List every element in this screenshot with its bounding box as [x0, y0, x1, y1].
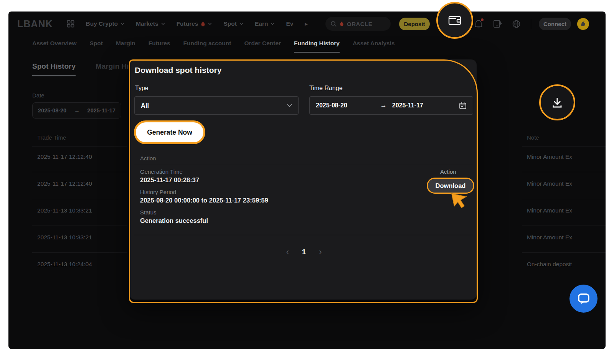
table-row-time: 2025-11-13 10:24:04	[37, 261, 92, 268]
table-row-time: 2025-11-13 10:33:21	[37, 234, 92, 241]
subnav-funding-account[interactable]: Funding account	[183, 36, 231, 52]
support-chat-button[interactable]	[569, 285, 597, 313]
table-row-time: 2025-11-17 12:12:40	[37, 180, 92, 187]
lbank-logo: LBANK	[17, 18, 53, 30]
nav-markets[interactable]: Markets	[136, 20, 165, 27]
row-divider	[522, 199, 606, 199]
nav-earn[interactable]: Earn	[255, 20, 274, 27]
action-column-header: Action	[440, 168, 456, 175]
device-download-icon	[493, 19, 502, 28]
time-range-label: Time Range	[309, 85, 343, 92]
pagination-next-button[interactable]: ›	[319, 248, 322, 256]
search-icon	[330, 21, 337, 27]
nav-futures-label: Futures	[177, 20, 198, 27]
notifications-button[interactable]	[474, 19, 483, 28]
search-input[interactable]: ORACLE	[325, 17, 391, 31]
arrow-right-icon: →	[74, 107, 80, 114]
subnav-asset-overview[interactable]: Asset Overview	[32, 36, 76, 52]
nav-markets-label: Markets	[136, 20, 158, 27]
cursor-pointer-annotation	[450, 190, 470, 212]
subnav-spot[interactable]: Spot	[89, 36, 102, 52]
date-to: 2025-11-17	[87, 107, 116, 114]
avatar[interactable]	[577, 18, 589, 30]
modal-divider	[134, 165, 473, 165]
table-row-note: Minor Amount Ex	[527, 180, 606, 187]
generation-time-label: Generation Time	[140, 168, 183, 175]
row-divider	[522, 146, 606, 147]
subnav-futures[interactable]: Futures	[149, 36, 170, 52]
arrow-right-icon: →	[380, 102, 387, 109]
calendar-icon	[459, 102, 467, 109]
column-header-trade-time: Trade Time	[37, 134, 66, 141]
notification-badge	[481, 18, 484, 21]
pagination-prev-button[interactable]: ‹	[286, 248, 289, 256]
time-range-to: 2025-11-17	[392, 102, 423, 109]
row-divider	[32, 199, 127, 199]
table-row-note: Minor Amount Ex	[527, 234, 606, 241]
chevron-down-icon	[287, 104, 292, 107]
download-icon	[550, 95, 565, 110]
connect-button[interactable]: Connect	[539, 18, 571, 30]
date-from: 2025-08-20	[38, 107, 66, 114]
navbar-divider	[531, 19, 531, 29]
nav-spot[interactable]: Spot	[223, 20, 243, 27]
history-period-label: History Period	[140, 189, 176, 195]
flame-icon	[340, 21, 344, 26]
table-row-note: On-chain deposit	[527, 261, 606, 268]
subnav-margin[interactable]: Margin	[116, 36, 135, 52]
action-section-header: Action	[140, 155, 156, 161]
date-range-picker[interactable]: 2025-08-20 → 2025-11-17	[32, 102, 121, 119]
tab-spot-history[interactable]: Spot History	[32, 62, 76, 76]
modal-title: Download spot history	[135, 66, 221, 75]
apps-grid-icon[interactable]	[67, 20, 74, 28]
nav-events-truncated[interactable]: Ev	[286, 20, 293, 27]
nav-buy-crypto[interactable]: Buy Crypto	[86, 20, 125, 27]
table-row-time: 2025-11-13 10:33:21	[37, 207, 92, 214]
history-period-value: 2025-08-20 00:00:00 to 2025-11-17 23:59:…	[140, 197, 268, 204]
row-divider	[32, 172, 127, 172]
chevron-down-icon	[239, 23, 243, 25]
wallet-button-highlighted[interactable]	[436, 2, 473, 39]
status-value: Generation successful	[140, 217, 208, 224]
avatar-mascot-icon	[580, 20, 587, 27]
row-divider	[32, 252, 127, 253]
language-button[interactable]	[512, 20, 521, 28]
subnav-funding-history-active[interactable]: Funding History	[294, 36, 340, 53]
deposit-button[interactable]: Deposit	[399, 18, 430, 30]
download-fab-highlighted[interactable]	[539, 84, 575, 120]
nav-futures[interactable]: Futures	[177, 20, 212, 27]
row-divider	[522, 226, 606, 226]
nav-events-label: Ev	[286, 20, 293, 27]
globe-icon	[512, 20, 521, 28]
table-row-time: 2025-11-17 12:12:40	[37, 153, 92, 160]
table-row-note: Minor Amount Ex	[527, 153, 606, 160]
search-suggestion-text: ORACLE	[347, 21, 372, 27]
pagination: ‹ 1 ›	[269, 248, 339, 256]
chevron-down-icon	[161, 23, 165, 25]
pagination-current-page: 1	[302, 248, 306, 256]
time-range-picker[interactable]: 2025-08-20 → 2025-11-17	[309, 96, 473, 115]
subnav-asset-analysis[interactable]: Asset Analysis	[353, 36, 395, 52]
type-label: Type	[135, 85, 149, 92]
table-row-note: Minor Amount Ex	[527, 207, 606, 214]
chevron-down-icon	[208, 23, 212, 25]
modal-divider	[134, 235, 473, 235]
asset-subnav: Asset Overview Spot Margin Futures Fundi…	[32, 36, 395, 53]
chevron-down-icon	[271, 23, 274, 25]
chevron-down-icon	[120, 23, 124, 25]
generate-now-button-highlighted[interactable]: Generate Now	[134, 120, 205, 144]
subnav-order-center[interactable]: Order Center	[244, 36, 281, 52]
navbar-left: LBANK Buy Crypto Markets Futures Spot Ea…	[17, 12, 308, 36]
date-label: Date	[32, 92, 45, 99]
chat-bubble-icon	[577, 293, 590, 305]
app-download-button[interactable]	[493, 19, 502, 28]
type-select[interactable]: All	[134, 96, 299, 115]
nav-spot-label: Spot	[223, 20, 236, 27]
status-label: Status	[140, 209, 157, 216]
history-tabs: Spot History Margin Histo	[32, 62, 140, 76]
flame-icon	[201, 21, 205, 27]
nav-more-arrow-icon[interactable]: ▶	[305, 22, 308, 26]
row-divider	[522, 172, 606, 172]
wallet-icon	[447, 14, 462, 27]
type-select-value: All	[141, 102, 149, 109]
